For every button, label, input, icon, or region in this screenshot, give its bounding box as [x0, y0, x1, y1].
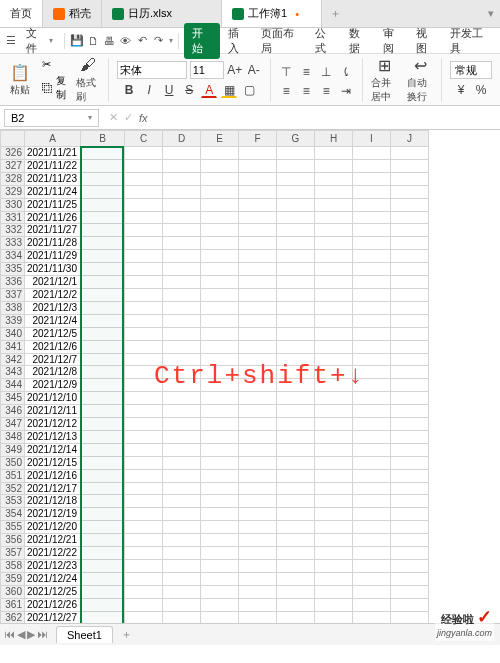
- cell[interactable]: [163, 598, 201, 611]
- cell[interactable]: [353, 418, 391, 431]
- cell[interactable]: [315, 276, 353, 289]
- redo-icon[interactable]: ↷: [151, 33, 165, 49]
- cell[interactable]: [353, 560, 391, 573]
- cell[interactable]: [391, 263, 429, 276]
- cell[interactable]: [201, 392, 239, 405]
- cell[interactable]: [239, 340, 277, 353]
- cell[interactable]: [391, 301, 429, 314]
- cell[interactable]: [163, 482, 201, 495]
- cell[interactable]: [315, 521, 353, 534]
- cell[interactable]: [201, 521, 239, 534]
- cell[interactable]: [163, 366, 201, 379]
- cell[interactable]: [239, 443, 277, 456]
- sheet-nav-last-icon[interactable]: ⏭: [37, 628, 48, 641]
- cell[interactable]: [391, 560, 429, 573]
- cell[interactable]: [391, 405, 429, 418]
- cell[interactable]: [201, 366, 239, 379]
- cell[interactable]: [163, 521, 201, 534]
- cell[interactable]: [277, 572, 315, 585]
- cell[interactable]: 2021/12/11: [25, 405, 81, 418]
- cell[interactable]: [163, 250, 201, 263]
- sheet-tab-1[interactable]: Sheet1: [56, 626, 113, 643]
- cell[interactable]: [315, 301, 353, 314]
- cell[interactable]: [125, 250, 163, 263]
- cell[interactable]: [391, 598, 429, 611]
- cell[interactable]: [277, 611, 315, 623]
- cell[interactable]: [315, 572, 353, 585]
- cell[interactable]: [125, 198, 163, 211]
- column-header[interactable]: H: [315, 131, 353, 147]
- cell[interactable]: [201, 211, 239, 224]
- row-header[interactable]: 338: [1, 301, 25, 314]
- row-header[interactable]: 357: [1, 547, 25, 560]
- cell[interactable]: [239, 547, 277, 560]
- cell[interactable]: [81, 301, 125, 314]
- cell[interactable]: [277, 185, 315, 198]
- cell[interactable]: [163, 263, 201, 276]
- cell[interactable]: [163, 172, 201, 185]
- cell[interactable]: [125, 301, 163, 314]
- cell[interactable]: [125, 340, 163, 353]
- cell[interactable]: 2021/12/7: [25, 353, 81, 366]
- row-header[interactable]: 356: [1, 534, 25, 547]
- cell[interactable]: [125, 521, 163, 534]
- row-header[interactable]: 361: [1, 598, 25, 611]
- cell[interactable]: [201, 198, 239, 211]
- cell[interactable]: [391, 237, 429, 250]
- cell[interactable]: [391, 418, 429, 431]
- row-header[interactable]: 362: [1, 611, 25, 623]
- cell[interactable]: [315, 469, 353, 482]
- cell[interactable]: [277, 508, 315, 521]
- cell[interactable]: [353, 159, 391, 172]
- copy-button[interactable]: ⿻ 复制: [42, 74, 66, 102]
- percent-icon[interactable]: %: [473, 82, 489, 98]
- cell[interactable]: 2021/12/21: [25, 534, 81, 547]
- cell[interactable]: [277, 430, 315, 443]
- cell[interactable]: [315, 159, 353, 172]
- cell[interactable]: 2021/12/6: [25, 340, 81, 353]
- cell[interactable]: 2021/12/8: [25, 366, 81, 379]
- cell[interactable]: [239, 159, 277, 172]
- row-header[interactable]: 337: [1, 288, 25, 301]
- row-header[interactable]: 360: [1, 585, 25, 598]
- cell[interactable]: [81, 159, 125, 172]
- cell[interactable]: [163, 418, 201, 431]
- menu-layout[interactable]: 页面布局: [255, 24, 307, 58]
- cell[interactable]: [353, 443, 391, 456]
- row-header[interactable]: 347: [1, 418, 25, 431]
- cell[interactable]: 2021/11/30: [25, 263, 81, 276]
- cell[interactable]: [125, 185, 163, 198]
- row-header[interactable]: 335: [1, 263, 25, 276]
- font-size-select[interactable]: [190, 61, 224, 79]
- italic-icon[interactable]: I: [141, 82, 157, 98]
- cell[interactable]: [277, 263, 315, 276]
- cell[interactable]: [163, 508, 201, 521]
- cell[interactable]: [391, 456, 429, 469]
- cell[interactable]: [353, 392, 391, 405]
- cell[interactable]: [277, 147, 315, 160]
- cell[interactable]: [277, 456, 315, 469]
- cell[interactable]: [391, 147, 429, 160]
- cell[interactable]: [239, 263, 277, 276]
- cell[interactable]: [277, 250, 315, 263]
- cell[interactable]: [163, 611, 201, 623]
- cell[interactable]: [353, 469, 391, 482]
- cell[interactable]: [201, 263, 239, 276]
- cell[interactable]: [353, 482, 391, 495]
- name-box[interactable]: B2 ▾: [4, 109, 99, 127]
- menu-insert[interactable]: 插入: [222, 24, 254, 58]
- cell[interactable]: [391, 585, 429, 598]
- cell[interactable]: [239, 572, 277, 585]
- fill-color-icon[interactable]: ▦: [221, 82, 237, 98]
- menu-data[interactable]: 数据: [343, 24, 375, 58]
- cell[interactable]: [125, 508, 163, 521]
- cell[interactable]: [201, 314, 239, 327]
- cell[interactable]: [391, 211, 429, 224]
- cell[interactable]: 2021/11/23: [25, 172, 81, 185]
- spreadsheet-grid[interactable]: ABCDEFGHIJ3262021/11/213272021/11/223282…: [0, 130, 500, 623]
- cell[interactable]: [125, 572, 163, 585]
- cell[interactable]: [81, 353, 125, 366]
- cell[interactable]: [315, 547, 353, 560]
- cell[interactable]: [277, 534, 315, 547]
- column-header[interactable]: B: [81, 131, 125, 147]
